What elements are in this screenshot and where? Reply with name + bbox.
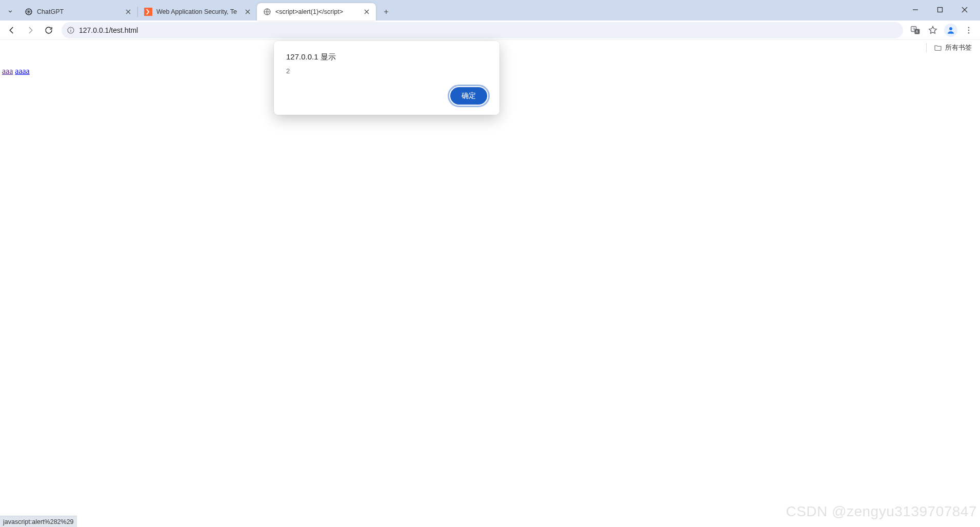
translate-icon: 文A — [910, 25, 921, 35]
globe-icon — [263, 8, 271, 16]
alert-message: 2 — [286, 67, 487, 75]
window-minimize-button[interactable] — [904, 2, 927, 17]
reload-icon — [44, 26, 53, 35]
arrow-right-icon — [26, 26, 35, 35]
tab-close-button[interactable] — [244, 8, 252, 16]
close-icon — [962, 7, 968, 13]
info-icon — [67, 26, 75, 34]
maximize-icon — [937, 7, 943, 13]
forward-button[interactable] — [22, 22, 39, 38]
folder-icon — [934, 44, 942, 52]
all-bookmarks-label: 所有书签 — [945, 44, 972, 52]
page-content: aaa aaaa — [0, 55, 980, 516]
svg-point-10 — [949, 27, 952, 30]
new-tab-button[interactable] — [379, 5, 393, 19]
tab-title: Web Application Security, Te — [156, 8, 239, 15]
tab-search-button[interactable] — [3, 4, 17, 18]
address-bar[interactable]: 127.0.0.1/test.html — [62, 22, 903, 38]
address-text: 127.0.0.1/test.html — [79, 26, 898, 34]
bookmarks-separator — [926, 43, 927, 52]
page-link-aaaa[interactable]: aaaa — [15, 67, 29, 75]
close-icon — [245, 9, 250, 14]
back-button[interactable] — [3, 22, 21, 38]
svg-rect-3 — [938, 8, 943, 12]
window-close-button[interactable] — [953, 2, 976, 17]
page-link-aaa[interactable]: aaa — [2, 67, 13, 75]
alert-ok-button[interactable]: 确定 — [450, 87, 487, 105]
window-maximize-button[interactable] — [929, 2, 951, 17]
person-icon — [946, 26, 955, 35]
profile-avatar[interactable] — [944, 24, 957, 37]
bookmark-button[interactable] — [925, 22, 941, 38]
svg-point-5 — [70, 28, 71, 29]
status-bar: javascript:alert%282%29 — [0, 516, 77, 527]
star-icon — [928, 25, 938, 35]
all-bookmarks-button[interactable]: 所有书签 — [934, 44, 972, 52]
svg-point-13 — [968, 32, 970, 33]
alert-heading: 127.0.0.1 显示 — [286, 52, 487, 62]
site-info-icon[interactable] — [67, 26, 75, 34]
tab-close-button[interactable] — [363, 8, 371, 16]
tab-title: <script>alert(1)</script> — [275, 8, 358, 15]
minimize-icon — [912, 7, 918, 13]
chatgpt-icon — [25, 8, 33, 16]
svg-text:A: A — [916, 30, 918, 33]
window-controls — [904, 2, 976, 21]
tab-close-button[interactable] — [124, 8, 132, 16]
js-alert-dialog: 127.0.0.1 显示 2 确定 — [274, 41, 499, 115]
browser-toolbar: 127.0.0.1/test.html 文A — [0, 21, 980, 40]
svg-point-12 — [968, 29, 970, 31]
close-icon — [364, 9, 369, 14]
browser-menu-button[interactable] — [961, 22, 977, 38]
close-icon — [126, 9, 131, 14]
tab-strip: ChatGPT Web Application Security, Te <sc… — [0, 0, 980, 21]
reload-button[interactable] — [40, 22, 57, 38]
tab-title: ChatGPT — [37, 8, 120, 15]
tab-chatgpt[interactable]: ChatGPT — [18, 3, 137, 21]
arrow-left-icon — [7, 26, 16, 35]
status-text: javascript:alert%282%29 — [3, 518, 74, 525]
svg-point-11 — [968, 27, 970, 28]
burp-icon — [144, 8, 152, 16]
translate-button[interactable]: 文A — [907, 22, 924, 38]
chevron-down-icon — [7, 8, 14, 15]
tab-test-html[interactable]: <script>alert(1)</script> — [257, 3, 376, 21]
tab-webappsec[interactable]: Web Application Security, Te — [138, 3, 257, 21]
kebab-icon — [964, 26, 973, 35]
plus-icon — [383, 8, 390, 15]
